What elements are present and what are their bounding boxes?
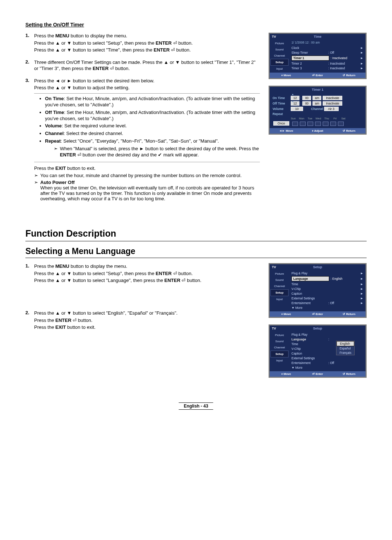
osd-tv-label: TV [272, 35, 302, 38]
foot-return: Return [346, 312, 355, 316]
bold: ENTER [156, 40, 172, 46]
day-check [300, 122, 306, 126]
bold: MENU [56, 33, 69, 38]
return-icon: ↺ [343, 129, 345, 132]
heading-setting-timer: Setting the On/Off Timer [25, 22, 367, 28]
sidebar-item-channel: Channel [270, 283, 289, 289]
text: button to display the menu. [69, 33, 127, 38]
foot-move: Move [283, 372, 291, 376]
foot-enter: Enter [315, 312, 323, 316]
day-fri: Fri [332, 117, 338, 120]
lang-option-francais: Français [336, 351, 354, 355]
move-lr-icon: ◄► [279, 129, 285, 132]
text: : Set the required volume level. [62, 123, 127, 128]
row-lbl: V-Chip [291, 287, 328, 291]
text: Press the [34, 318, 56, 323]
move-icon: ♦ [281, 372, 283, 376]
row-lbl: Entertainment [291, 361, 328, 365]
sidebar-item-input: Input [270, 66, 289, 72]
osd-sidebar: Picture Sound Channel Setup Input [270, 40, 289, 73]
note-arrow-icon: ➣ [54, 146, 58, 152]
off-time-label: Off Time [273, 102, 290, 105]
bold: EXIT [56, 165, 66, 171]
row-lbl: V-Chip [291, 347, 328, 351]
text: ⏎ button. [172, 271, 193, 276]
lang-option-english: English [336, 341, 354, 346]
row-lbl: Caption [291, 352, 328, 355]
move-icon: ♦ [281, 74, 283, 77]
sidebar-item-sound: Sound [270, 338, 289, 344]
language-instructions: 1. Press the MENU button to display the … [25, 263, 260, 384]
bold: EXIT [56, 324, 66, 330]
osd-time-panel: TV Time Picture Sound Channel Setup Inpu… [269, 33, 367, 79]
off-time-ampm: am [313, 101, 321, 106]
sidebar-item-input: Input [270, 357, 289, 364]
text: Press the ▲ or ▼ button to select "Time"… [34, 47, 154, 53]
lang-step2-num: 2. [25, 310, 34, 331]
arrow-right-icon: ► [359, 66, 363, 70]
bold: Volume [45, 123, 62, 128]
row-lbl: External Settings [291, 296, 328, 300]
sidebar-item-channel: Channel [270, 344, 289, 351]
adjust-icon: ♦ [312, 129, 314, 132]
text: ⏎ button over the desired day and the ✔ … [76, 152, 199, 158]
arrow-right-icon: ► [359, 287, 363, 291]
osd-tv-label: TV [272, 265, 302, 269]
row-val-selected: : English [331, 277, 343, 281]
row-lbl: Entertainment [291, 301, 328, 305]
channel-value: Air 3 [324, 107, 339, 111]
osd-setup-title: Setup [302, 327, 333, 330]
text: Press the [34, 165, 56, 171]
day-thu: Thu [323, 117, 330, 120]
osd-date: 1/ 1/2008 12 : 00 am [291, 40, 363, 45]
foot-return: Return [346, 74, 355, 77]
osd-time-title: Time [302, 35, 333, 38]
day-check [338, 122, 344, 126]
bold: On Time [45, 96, 64, 101]
text: Press the ▲ or ▼ button to select "Setup… [34, 271, 156, 276]
day-tue: Tue [307, 117, 313, 120]
on-time-activate: Inactivate [323, 96, 342, 100]
row-lbl-selected: Language [291, 276, 329, 281]
step2-num: 2. [25, 59, 34, 73]
arrow-right-icon: ► [359, 301, 363, 305]
heading-function-description: Function Description [25, 228, 367, 241]
sidebar-item-picture: Picture [270, 271, 289, 277]
page-footer: English - 43 [179, 402, 213, 410]
row-val: : Off [328, 301, 359, 305]
text: When "Manual" is selected, press the ► b… [60, 146, 259, 151]
day-sat: Sat [340, 117, 347, 120]
osd-sidebar: Picture Sound Channel Setup Input [270, 331, 289, 371]
foot-move: Move [283, 312, 291, 316]
sidebar-item-sound: Sound [270, 46, 289, 53]
arrow-right-icon: ► [359, 271, 363, 275]
osd-setup-title: Setup [302, 265, 333, 269]
day-check [315, 122, 321, 126]
row-lbl: Timer 2 [291, 62, 328, 65]
off-time-min: 00 [302, 101, 311, 106]
osd-setup-panel: TV Setup Picture Sound Channel Setup Inp… [269, 263, 367, 318]
foot-return: Return [346, 129, 355, 132]
volume-label: Volume [273, 107, 290, 111]
text: button to exit. [66, 324, 95, 330]
repeat-label: Repeat [273, 112, 290, 116]
foot-enter: Enter [315, 372, 323, 376]
sidebar-item-picture: Picture [270, 332, 289, 338]
text: : Set the Hour, Minute, am/pm, and Activ… [45, 110, 255, 121]
sidebar-item-setup: Setup [270, 351, 289, 357]
row-lbl: Language [291, 338, 328, 341]
text: Press the [34, 263, 56, 269]
sidebar-item-channel: Channel [270, 53, 289, 59]
bold: ENTER [56, 318, 72, 323]
arrow-right-icon: ► [359, 51, 363, 54]
section-setting-timer: Setting the On/Off Timer 1. Press the ME… [25, 22, 367, 206]
row-lbl: ▼ More [291, 306, 328, 310]
osd-timer1-title: Timer 1 [312, 88, 323, 91]
bold: MENU [56, 263, 69, 269]
row-val: : Inactivated [328, 66, 359, 70]
arrow-right-icon: ► [359, 296, 363, 300]
note-arrow-icon: ➣ [34, 173, 38, 178]
enter-icon: ⏎ [312, 372, 315, 376]
text: ⏎ button. [170, 47, 191, 53]
bold: ENTER [156, 271, 172, 276]
